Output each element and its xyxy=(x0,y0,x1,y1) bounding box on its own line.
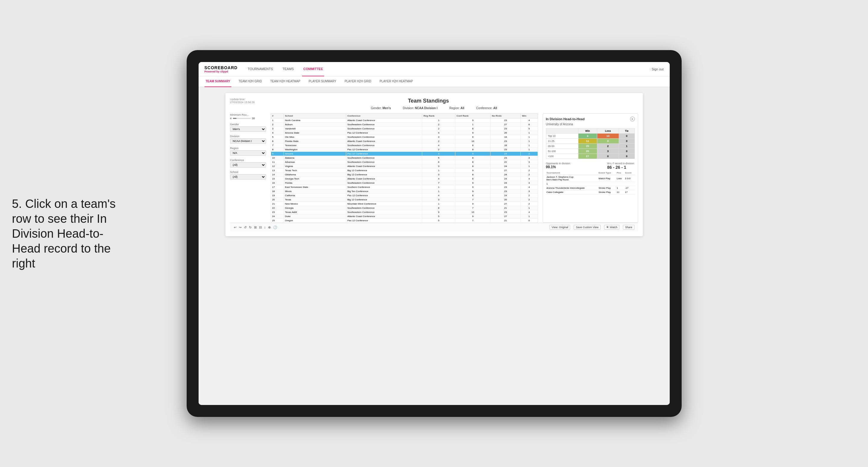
tourn-col-score: Score xyxy=(624,171,635,175)
close-button[interactable]: × xyxy=(630,117,635,121)
table-row[interactable]: 6 Florida State Atlantic Coast Conferenc… xyxy=(271,139,538,144)
tournament-table: Tournament Event Type Pos Score Jackson … xyxy=(546,171,635,194)
sub-nav-player-h2h-grid[interactable]: PLAYER H2H GRID xyxy=(343,76,372,87)
tourn-row-4: Cabo Collegiate Stroke Play 11 17 xyxy=(546,190,635,194)
sub-nav-player-h2h-heatmap[interactable]: PLAYER H2H HEATMAP xyxy=(378,76,414,87)
region-filter-display: Region: All xyxy=(450,106,464,110)
wlt-right: W-L-T record in-division: 86 - 26 - 1 xyxy=(607,162,634,170)
col-conf-rank: Conf Rank xyxy=(455,114,491,118)
right-panel: In Division Head-to-Head × University of… xyxy=(543,113,638,223)
table-row[interactable]: 21 New Mexico Mountain West Conference 1… xyxy=(271,202,538,206)
school-filter: School (All) xyxy=(230,170,266,180)
region-select[interactable]: N/A xyxy=(230,150,266,156)
mini-slider[interactable] xyxy=(233,118,251,119)
watch-label: Watch xyxy=(610,226,617,229)
tourn-col-name: Tournament xyxy=(546,171,598,175)
table-row[interactable]: 15 Georgia Tech Atlantic Coast Conferenc… xyxy=(271,177,538,181)
division-filter-display: Division: NCAA Division I xyxy=(403,106,437,110)
two-col-layout: Minimum Rou... 4 30 Gender Men's xyxy=(230,113,638,223)
tablet-screen: SCOREBOARD Powered by clippd TOURNAMENTS… xyxy=(198,62,670,405)
redo-icon[interactable]: ↪ xyxy=(239,225,242,229)
standings-card: Update time: 27/03/2024 15:56:26 Team St… xyxy=(225,93,643,236)
table-row[interactable]: 3 Vanderbilt Southeastern Conference 2 8… xyxy=(271,127,538,131)
undo-icon[interactable]: ↩ xyxy=(234,225,237,229)
table-row[interactable]: 20 Texas Big 12 Conference 3 7 20 2 xyxy=(271,198,538,202)
share-btn[interactable]: Share xyxy=(623,225,634,229)
table-row[interactable]: 10 Alabama Southeastern Conference 5 8 2… xyxy=(271,156,538,160)
table-row[interactable]: 25 Oregon Pac-12 Conference 5 7 21 0 xyxy=(271,219,538,223)
h2h-col-win: Win xyxy=(578,128,597,134)
h2h-col-label xyxy=(546,128,578,134)
nav-committee[interactable]: COMMITTEE xyxy=(302,62,324,76)
add-icon[interactable]: ⊕ xyxy=(268,225,271,229)
table-row[interactable]: 18 Illinois Big Ten Conference 1 9 23 3 xyxy=(271,189,538,193)
table-row[interactable]: 5 Ole Miss Southeastern Conference 3 6 1… xyxy=(271,135,538,139)
sub-nav-team-summary[interactable]: TEAM SUMMARY xyxy=(205,76,231,87)
slider-container: 4 30 xyxy=(230,117,266,120)
clock-icon[interactable]: 🕐 xyxy=(273,225,277,229)
left-sidebar: Minimum Rou... 4 30 Gender Men's xyxy=(230,113,266,223)
h2h-row-top10: Top 10 3 13 0 xyxy=(546,134,634,139)
view-original-btn[interactable]: View: Original xyxy=(550,225,570,229)
table-row[interactable]: 16 Florida Southeastern Conference 7 9 2… xyxy=(271,181,538,185)
school-select[interactable]: (All) xyxy=(230,174,266,180)
forward-icon[interactable]: ↻ xyxy=(249,225,252,229)
table-row[interactable]: 1 North Carolina Atlantic Coast Conferen… xyxy=(271,118,538,123)
table-row[interactable]: 9 Arizona Pac-12 Conference 3 5 23 2 xyxy=(271,152,538,156)
table-row[interactable]: 12 Virginia Atlantic Coast Conference 3 … xyxy=(271,164,538,168)
table-row[interactable]: 14 Oklahoma Big 12 Conference 3 8 24 2 xyxy=(271,173,538,177)
sub-nav-player-summary[interactable]: PLAYER SUMMARY xyxy=(307,76,337,87)
wlt-value: 86 - 26 - 1 xyxy=(607,165,634,170)
table-row[interactable]: 11 Arkansas Southeastern Conference 6 8 … xyxy=(271,160,538,164)
top-nav: SCOREBOARD Powered by clippd TOURNAMENTS… xyxy=(198,62,670,76)
nav-items: TOURNAMENTS TEAMS COMMITTEE xyxy=(247,62,650,76)
share-label: Share xyxy=(625,226,632,229)
h2h-col-loss: Loss xyxy=(597,128,619,134)
save-custom-view-btn[interactable]: Save Custom View xyxy=(574,225,600,229)
tourn-row-2: 1 xyxy=(546,182,635,186)
reset-icon[interactable]: ↺ xyxy=(244,225,247,229)
expand-icon[interactable]: ↕ xyxy=(264,225,266,229)
nav-tournaments[interactable]: TOURNAMENTS xyxy=(247,62,274,76)
opponents-left: Opponents in division: 99.1% xyxy=(546,162,571,170)
table-row[interactable]: 4 Arizona State Pac-12 Conference 4 9 26… xyxy=(271,131,538,135)
col-school: School xyxy=(284,114,346,118)
minus-icon[interactable]: ⊟ xyxy=(259,225,262,229)
table-row[interactable]: 22 Georgia Southeastern Conference 8 7 2… xyxy=(271,206,538,210)
division-select[interactable]: NCAA Division I xyxy=(230,138,266,144)
col-conference: Conference xyxy=(346,114,422,118)
watch-btn[interactable]: 👁 Watch xyxy=(604,225,619,229)
sign-out-button[interactable]: Sign out xyxy=(650,67,663,71)
sub-nav-team-h2h-grid[interactable]: TEAM H2H GRID xyxy=(237,76,263,87)
table-area: # School Conference Reg Rank Conf Rank N… xyxy=(271,113,538,223)
h2h-grid: Win Loss Tie Top 10 3 13 0 xyxy=(546,128,635,159)
table-row[interactable]: 7 Tennessee Southeastern Conference 4 6 … xyxy=(271,144,538,148)
logo-sub-prefix: Powered by xyxy=(205,70,220,73)
min-rounds-filter: Minimum Rou... 4 30 xyxy=(230,113,266,120)
gender-select[interactable]: Men's xyxy=(230,126,266,132)
sub-nav-team-h2h-heatmap[interactable]: TEAM H2H HEATMAP xyxy=(269,76,302,87)
grid-icon[interactable]: ⊞ xyxy=(254,225,257,229)
table-row[interactable]: 13 Texas Tech Big 12 Conference 1 9 27 2 xyxy=(271,168,538,173)
tourn-row-1: Jackson T. Stephens CupMen's Match-Play … xyxy=(546,175,635,182)
col-reg-rank: Reg Rank xyxy=(422,114,455,118)
table-row[interactable]: 23 Texas A&M Southeastern Conference 9 1… xyxy=(271,210,538,214)
bottom-toolbar: ↩ ↪ ↺ ↻ ⊞ ⊟ ↕ ⊕ 🕐 View: Original xyxy=(230,223,638,231)
gender-filter: Gender Men's xyxy=(230,123,266,132)
table-row[interactable]: 8 Washington Pac-12 Conference 2 8 23 1 xyxy=(271,148,538,152)
filters-row: Gender: Men's Division: NCAA Division I … xyxy=(230,106,638,110)
table-row[interactable]: 2 Auburn Southeastern Conference 2 1 27 … xyxy=(271,123,538,127)
slider-min-val: 4 xyxy=(230,117,232,120)
update-time: Update time: 27/03/2024 15:56:26 xyxy=(230,98,255,104)
team-name: University of Arizona xyxy=(546,123,635,126)
table-row[interactable]: 24 Duke Atlantic Coast Conference 5 9 27… xyxy=(271,214,538,219)
annotation-text: 5. Click on a team's row to see their In… xyxy=(0,184,134,283)
table-row[interactable]: 19 California Pac-12 Conference 4 8 24 2 xyxy=(271,193,538,198)
logo-area: SCOREBOARD Powered by clippd xyxy=(205,65,238,73)
sub-nav: TEAM SUMMARY TEAM H2H GRID TEAM H2H HEAT… xyxy=(198,76,670,87)
table-row[interactable]: 17 East Tennessee State Southern Confere… xyxy=(271,185,538,189)
region-filter-label: Region xyxy=(230,147,266,150)
nav-teams[interactable]: TEAMS xyxy=(281,62,295,76)
conference-select[interactable]: (All) xyxy=(230,162,266,167)
toolbar-right: View: Original Save Custom View 👁 Watch … xyxy=(550,225,634,229)
